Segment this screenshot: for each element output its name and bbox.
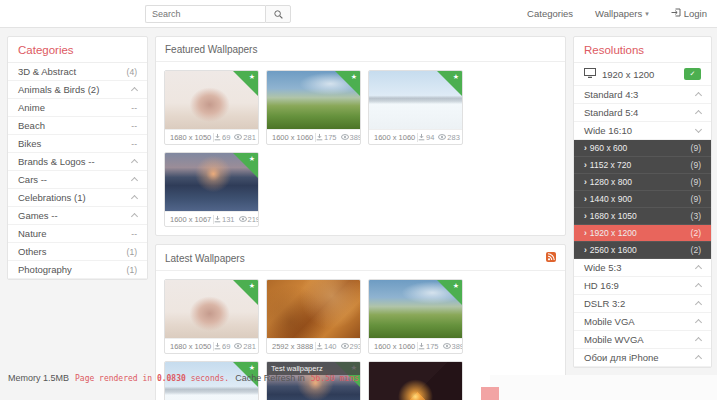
resolution-item-count: (2)	[691, 228, 701, 238]
caret-down-icon: ▾	[645, 10, 649, 18]
views-stat: 281	[234, 133, 256, 142]
download-icon	[316, 342, 323, 350]
resolution-item[interactable]: › 1280 x 800 (9)	[574, 174, 711, 191]
nav-login-link[interactable]: Login	[671, 8, 707, 19]
wallpaper-thumbnail[interactable]: ★	[267, 71, 360, 129]
category-item[interactable]: Games --	[8, 207, 147, 225]
featured-ribbon: ★	[233, 71, 258, 96]
chevron-icon	[695, 92, 702, 99]
resolution-label: 1600 x 1060	[374, 133, 418, 142]
resolution-item-label: 1680 x 1050	[590, 211, 637, 221]
star-icon: ★	[351, 73, 357, 80]
wallpaper-stats: 131 219	[214, 215, 259, 224]
resolution-item[interactable]: › 960 x 600 (9)	[574, 140, 711, 157]
category-label: Bikes	[18, 138, 41, 149]
category-label: 3D & Abstract	[18, 66, 76, 77]
main-content: Featured Wallpapers ★ 1680 x 1050	[155, 36, 566, 400]
left-sidebar: Categories 3D & Abstract (4) Animals & B…	[7, 36, 148, 288]
wallpaper-thumbnail[interactable]: ★	[267, 280, 360, 338]
search-input[interactable]	[145, 5, 265, 23]
resolution-group[interactable]: Mobile WVGA	[574, 331, 711, 349]
resolution-item[interactable]: › 1152 x 720 (9)	[574, 157, 711, 174]
category-item[interactable]: Nature --	[8, 225, 147, 243]
category-item[interactable]: Brands & Logos --	[8, 153, 147, 171]
category-label: Games --	[18, 210, 58, 221]
nav-wallpapers-dropdown[interactable]: Wallpapers ▾	[595, 8, 649, 19]
resolution-group[interactable]: DSLR 3:2	[574, 295, 711, 313]
wallpaper-thumbnail[interactable]: ★	[165, 153, 258, 211]
wallpaper-thumbnail[interactable]: ★	[165, 71, 258, 129]
apply-resolution-button[interactable]: ✓	[684, 68, 701, 80]
wallpaper-thumbnail[interactable]: ★	[165, 280, 258, 338]
chevron-up-icon	[131, 213, 138, 220]
resolution-group-label: Standard 4:3	[584, 89, 638, 100]
monitor-icon	[584, 68, 596, 80]
eye-icon	[443, 343, 451, 349]
nav-categories-link[interactable]: Categories	[527, 8, 573, 19]
star-icon: ★	[249, 282, 255, 289]
category-item[interactable]: Cars --	[8, 171, 147, 189]
category-item[interactable]: Photography (1)	[8, 261, 147, 279]
wallpaper-card[interactable]: ★ 1600 x 1060 175	[266, 70, 361, 145]
wallpaper-title-overlay: Test wallpaperz	[267, 362, 360, 375]
wallpaper-thumbnail[interactable]: ★	[369, 71, 462, 129]
star-icon: ★	[249, 73, 255, 80]
wallpaper-card[interactable]: ★ 1600 x 1067 131	[164, 152, 259, 227]
chevron-up-icon	[131, 159, 138, 166]
category-item[interactable]: Bikes --	[8, 135, 147, 153]
resolution-item[interactable]: › 1440 x 900 (9)	[574, 191, 711, 208]
chevron-right-icon: ›	[584, 211, 587, 221]
resolution-item[interactable]: › 2560 x 1600 (2)	[574, 242, 711, 259]
search-button[interactable]	[265, 5, 291, 23]
category-item[interactable]: Anime --	[8, 99, 147, 117]
views-stat: 293	[341, 342, 361, 351]
category-count: --	[131, 121, 137, 131]
featured-grid: ★ 1680 x 1050 69	[156, 62, 565, 235]
resolutions-panel-title: Resolutions	[574, 37, 711, 63]
resolution-item-label: 1440 x 900	[590, 194, 632, 204]
login-icon	[671, 8, 681, 19]
resolution-group[interactable]: Wide 5:3	[574, 259, 711, 277]
category-count: --	[131, 139, 137, 149]
category-item[interactable]: 3D & Abstract (4)	[8, 63, 147, 81]
wallpaper-card[interactable]: ★ 1600 x 1060 94	[368, 70, 463, 145]
downloads-stat: 94	[418, 133, 434, 142]
download-icon	[214, 342, 221, 350]
category-item[interactable]: Celebrations (1)	[8, 189, 147, 207]
resolution-group[interactable]: HD 16:9	[574, 277, 711, 295]
views-stat: 389	[341, 133, 361, 142]
eye-icon	[234, 134, 242, 140]
resolution-item-count: (9)	[691, 194, 701, 204]
category-item[interactable]: Others (1)	[8, 243, 147, 261]
rss-button[interactable]	[546, 252, 556, 264]
resolution-item[interactable]: › 1680 x 1050 (3)	[574, 208, 711, 225]
current-resolution-label: 1920 x 1200	[602, 69, 654, 80]
resolution-group[interactable]: Mobile VGA	[574, 313, 711, 331]
resolution-group[interactable]: Standard 4:3	[574, 86, 711, 104]
wallpaper-card[interactable]: ★ 1680 x 1050 69	[164, 279, 259, 354]
wallpaper-caption: 1600 x 1060 175 389	[267, 129, 360, 144]
chevron-right-icon: ›	[584, 194, 587, 204]
chevron-right-icon: ›	[584, 245, 587, 255]
downloads-stat: 175	[316, 133, 337, 142]
resolution-item[interactable]: › 1920 x 1200 (2)	[574, 225, 711, 242]
resolution-group[interactable]: Wide 16:10	[574, 122, 711, 140]
resolution-item-label: 1280 x 800	[590, 177, 632, 187]
resolution-group-label: Mobile VGA	[584, 316, 635, 327]
category-item[interactable]: Beach --	[8, 117, 147, 135]
category-label: Animals & Birds (2)	[18, 84, 99, 95]
nav-login-label: Login	[684, 8, 707, 19]
resolution-item-count: (3)	[691, 211, 701, 221]
eye-icon	[234, 343, 242, 349]
star-icon: ★	[453, 282, 459, 289]
latest-section-title: Latest Wallpapers	[165, 253, 245, 264]
wallpaper-thumbnail[interactable]: ★	[369, 280, 462, 338]
wallpaper-stats: 175 389	[316, 133, 361, 142]
wallpaper-card[interactable]: ★ 2592 x 3888 140	[266, 279, 361, 354]
resolution-group[interactable]: Обои для iPhone	[574, 349, 711, 367]
wallpaper-card[interactable]: ★ 1680 x 1050 69	[164, 70, 259, 145]
category-item[interactable]: Animals & Birds (2)	[8, 81, 147, 99]
views-stat: 283	[438, 133, 460, 142]
wallpaper-card[interactable]: ★ 1600 x 1060 175	[368, 279, 463, 354]
resolution-group[interactable]: Standard 5:4	[574, 104, 711, 122]
